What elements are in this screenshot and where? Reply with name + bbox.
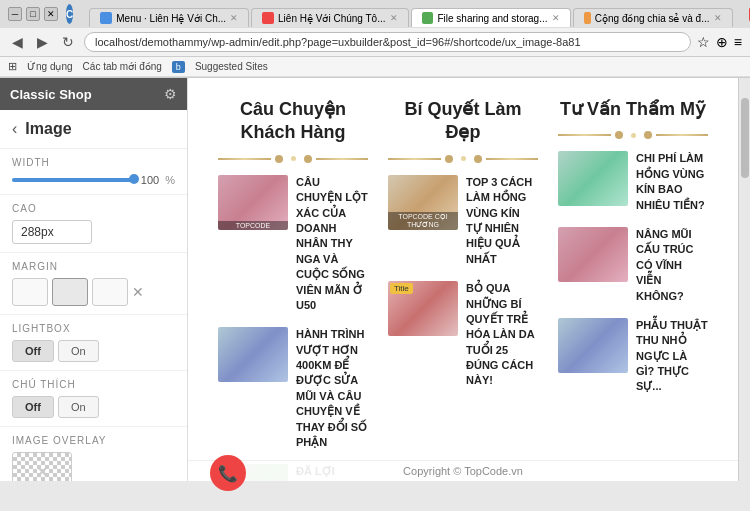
col1-article-2: HÀNH TRÌNH VƯỢT HƠN 400KM ĐỂ ĐƯỢC SỬA MŨ… xyxy=(218,327,368,450)
overlay-x-icon: ✕ xyxy=(34,460,51,481)
image-overlay-box[interactable]: ✕ xyxy=(12,452,72,481)
chu-thich-toggle: Off On xyxy=(12,396,175,418)
col2-text-1: TOP 3 CÁCH LÀM HỒNG VÙNG KÍN TỰ NHIÊN HI… xyxy=(466,175,538,267)
bookmark-tabs[interactable]: Các tab mới đồng xyxy=(83,61,162,72)
margin-box-mid[interactable] xyxy=(52,278,88,306)
sidebar-header: Classic Shop ⚙ xyxy=(0,78,187,110)
column-2: Bí Quyết Làm Đẹp TOPCODE CỌI THƯƠNG TOP … xyxy=(388,98,538,481)
width-unit: % xyxy=(165,174,175,186)
col2-article-2: Title BỎ QUA NHỮNG BÍ QUYẾT TRẺ HÓA LÀN … xyxy=(388,281,538,389)
col1-text-2: HÀNH TRÌNH VƯỢT HƠN 400KM ĐỂ ĐƯỢC SỬA MŨ… xyxy=(296,327,368,450)
title-bar: ─ □ ✕ C Menu · Liên Hệ Với Ch... ✕ Liên … xyxy=(0,0,750,28)
lightbox-property: LIGHTBOX Off On xyxy=(0,315,187,371)
chu-thich-on-button[interactable]: On xyxy=(58,396,99,418)
margin-property: MARGIN ✕ xyxy=(0,253,187,315)
sidebar: Classic Shop ⚙ ‹ Image WIDTH 100 % CAO xyxy=(0,78,188,481)
bookmarks-bar: ⊞ Ứng dụng Các tab mới đồng b Suggested … xyxy=(0,57,750,77)
col2-divider xyxy=(388,155,538,163)
scroll-thumb[interactable] xyxy=(741,98,749,178)
margin-controls: ✕ xyxy=(12,278,175,306)
margin-clear-icon[interactable]: ✕ xyxy=(132,284,144,300)
gear-icon[interactable]: ⚙ xyxy=(164,86,177,102)
main-area: Classic Shop ⚙ ‹ Image WIDTH 100 % CAO xyxy=(0,78,750,481)
tab-3[interactable]: File sharing and storag... ✕ xyxy=(411,8,571,27)
tab-close-3[interactable]: ✕ xyxy=(552,13,560,23)
col3-article-1: CHI PHÍ LÀM HỒNG VÙNG KÍN BAO NHIÊU TIỀN… xyxy=(558,151,708,213)
width-label: WIDTH xyxy=(12,157,175,168)
reload-button[interactable]: ↻ xyxy=(58,32,78,52)
chu-thich-off-button[interactable]: Off xyxy=(12,396,54,418)
column-1: Câu Chuyện Khách Hàng TOPCODE CÂU CHUYỆN… xyxy=(218,98,368,481)
col3-article-3: PHẪU THUẬT THU NHỎ NGỰC LÀ GÌ? THỰC SỰ..… xyxy=(558,318,708,395)
width-slider[interactable] xyxy=(12,178,135,182)
col2-thumb-1: TOPCODE CỌI THƯƠNG xyxy=(388,175,458,230)
back-arrow-icon: ‹ xyxy=(12,120,17,138)
back-button[interactable]: ◀ xyxy=(8,32,27,52)
col3-title: Tư Vấn Thẩm Mỹ xyxy=(558,98,708,121)
col3-article-2: NÂNG MŨI CẤU TRÚC CÓ VĨNH VIỄN KHÔNG? xyxy=(558,227,708,304)
col2-title: Bí Quyết Làm Đẹp xyxy=(388,98,538,145)
sidebar-title: Classic Shop xyxy=(10,87,92,102)
col2-thumb-2: Title xyxy=(388,281,458,336)
margin-label: MARGIN xyxy=(12,261,175,272)
address-input[interactable] xyxy=(84,32,691,52)
phone-fab-button[interactable]: 📞 xyxy=(210,455,246,491)
col1-title-2: HÀNH TRÌNH VƯỢT HƠN 400KM ĐỂ ĐƯỢC SỬA MŨ… xyxy=(296,327,368,450)
extensions-icon[interactable]: ⊕ xyxy=(716,34,728,50)
tab-close-1[interactable]: ✕ xyxy=(230,13,238,23)
sidebar-back[interactable]: ‹ Image xyxy=(0,110,187,149)
col3-title-3: PHẪU THUẬT THU NHỎ NGỰC LÀ GÌ? THỰC SỰ..… xyxy=(636,318,708,395)
cao-label: CAO xyxy=(12,203,175,214)
col3-thumb-2 xyxy=(558,227,628,282)
address-bar-row: ◀ ▶ ↻ ☆ ⊕ ≡ xyxy=(0,28,750,57)
lightbox-label: LIGHTBOX xyxy=(12,323,175,334)
bookmark-icon-b: b xyxy=(172,61,185,73)
sidebar-section-title: Image xyxy=(25,120,71,138)
lightbox-on-button[interactable]: On xyxy=(58,340,99,362)
topcode-overlay-1: TOPCODE xyxy=(218,221,288,230)
lightbox-toggle: Off On xyxy=(12,340,175,362)
close-button[interactable]: ✕ xyxy=(44,7,58,21)
tab-2[interactable]: Liên Hệ Với Chúng Tô... ✕ xyxy=(251,8,408,27)
col2-text-2: BỎ QUA NHỮNG BÍ QUYẾT TRẺ HÓA LÀN DA TUỔ… xyxy=(466,281,538,389)
content-area: Câu Chuyện Khách Hàng TOPCODE CÂU CHUYỆN… xyxy=(188,78,738,481)
window-controls[interactable]: ─ □ ✕ xyxy=(8,7,58,21)
image-overlay-property: IMAGE OVERLAY ✕ xyxy=(0,427,187,481)
maximize-button[interactable]: □ xyxy=(26,7,40,21)
col3-title-2: NÂNG MŨI CẤU TRÚC CÓ VĨNH VIỄN KHÔNG? xyxy=(636,227,708,304)
cao-property: CAO xyxy=(0,195,187,253)
cao-input[interactable] xyxy=(12,220,92,244)
col1-divider xyxy=(218,155,368,163)
bookmark-suggested[interactable]: Suggested Sites xyxy=(195,61,268,72)
content-columns: Câu Chuyện Khách Hàng TOPCODE CÂU CHUYỆN… xyxy=(218,98,708,481)
col1-thumb-1: TOPCODE xyxy=(218,175,288,230)
col1-title-1: CÂU CHUYỆN LỘT XÁC CỦA DOANH NHÂN THY NG… xyxy=(296,175,368,314)
col1-text-1: CÂU CHUYỆN LỘT XÁC CỦA DOANH NHÂN THY NG… xyxy=(296,175,368,314)
column-3: Tư Vấn Thẩm Mỹ CHI PHÍ LÀM HỒNG VÙNG KÍN… xyxy=(558,98,708,481)
chu-thich-label: CHÚ THÍCH xyxy=(12,379,175,390)
lightbox-off-button[interactable]: Off xyxy=(12,340,54,362)
tab-close-4[interactable]: ✕ xyxy=(714,13,722,23)
tab-4[interactable]: Cộng đồng chia sẻ và đ... ✕ xyxy=(573,8,733,27)
margin-box-bot[interactable] xyxy=(92,278,128,306)
bookmark-apps[interactable]: Ứng dụng xyxy=(27,61,73,72)
title-badge: Title xyxy=(390,283,413,294)
tab-close-2[interactable]: ✕ xyxy=(390,13,398,23)
col2-article-1: TOPCODE CỌI THƯƠNG TOP 3 CÁCH LÀM HỒNG V… xyxy=(388,175,538,267)
copyright-text: Copyright © TopCode.vn xyxy=(403,465,523,477)
chu-thich-property: CHÚ THÍCH Off On xyxy=(0,371,187,427)
forward-button[interactable]: ▶ xyxy=(33,32,52,52)
image-overlay-label: IMAGE OVERLAY xyxy=(12,435,175,446)
col3-text-1: CHI PHÍ LÀM HỒNG VÙNG KÍN BAO NHIÊU TIỀN… xyxy=(636,151,708,213)
col1-article-1: TOPCODE CÂU CHUYỆN LỘT XÁC CỦA DOANH NHÂ… xyxy=(218,175,368,314)
minimize-button[interactable]: ─ xyxy=(8,7,22,21)
menu-icon[interactable]: ≡ xyxy=(734,34,742,50)
star-icon[interactable]: ☆ xyxy=(697,34,710,50)
margin-box-top[interactable] xyxy=(12,278,48,306)
col3-title-1: CHI PHÍ LÀM HỒNG VÙNG KÍN BAO NHIÊU TIỀN… xyxy=(636,151,708,213)
width-value: 100 xyxy=(141,174,159,186)
col1-title: Câu Chuyện Khách Hàng xyxy=(218,98,368,145)
scrollbar[interactable] xyxy=(738,78,750,481)
col3-text-3: PHẪU THUẬT THU NHỎ NGỰC LÀ GÌ? THỰC SỰ..… xyxy=(636,318,708,395)
tab-1[interactable]: Menu · Liên Hệ Với Ch... ✕ xyxy=(89,8,249,27)
